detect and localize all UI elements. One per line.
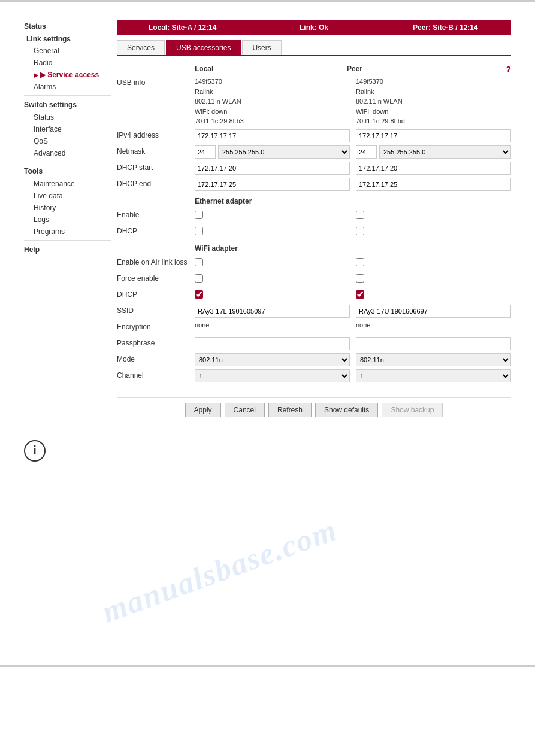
form-content: Local Peer ? USB info 149f5370 Ralink 80… [117,62,511,388]
sidebar-section-status: Status [24,20,111,33]
netmask-local-select[interactable]: 255.255.255.0 [218,145,350,159]
ssid-peer-input[interactable] [356,305,511,318]
ssid-label: SSID [117,305,195,315]
show-defaults-button[interactable]: Show defaults [315,403,378,417]
sidebar-item-live-data[interactable]: Live data [24,190,111,202]
status-link: Link: Ok [248,20,379,35]
wifi-dhcp-row: DHCP [117,289,511,302]
tab-users[interactable]: Users [242,40,281,55]
ssid-local-input[interactable] [195,305,350,318]
mode-local-select[interactable]: 802.11n 802.11g 802.11b [195,353,350,366]
netmask-peer-num[interactable] [356,145,377,159]
svg-text:i: i [33,444,37,457]
channel-label: Channel [117,369,195,379]
ipv4-peer-input[interactable] [356,129,511,142]
channel-peer-select[interactable]: 1234 5678 91011 [356,369,511,382]
sidebar: Status Link settings General Radio ▶ Ser… [24,20,111,422]
sidebar-item-qos[interactable]: QoS [24,135,111,147]
sidebar-item-advanced[interactable]: Advanced [24,147,111,159]
wifi-air-local-checkbox[interactable] [195,258,203,266]
header-local: Local [195,65,347,74]
status-peer: Peer: Site-B / 12:14 [380,20,511,35]
passphrase-peer-input[interactable] [356,337,511,350]
info-section: i [0,428,535,473]
encryption-local-value: none [195,321,209,329]
wifi-dhcp-peer-checkbox[interactable] [356,290,364,299]
eth-enable-label: Enable [117,209,195,219]
sidebar-item-link-settings[interactable]: Link settings [24,33,111,45]
tab-bar: Services USB accessories Users [117,40,511,56]
dhcp-end-local-input[interactable] [195,178,350,191]
eth-dhcp-local-checkbox[interactable] [195,227,203,235]
netmask-label: Netmask [117,145,195,156]
help-icon[interactable]: ? [506,65,511,74]
ipv4-local-wrapper [195,129,356,142]
sidebar-item-programs[interactable]: Programs [24,226,111,238]
passphrase-label: Passphrase [117,337,195,347]
wifi-air-peer-checkbox[interactable] [356,258,364,266]
eth-enable-local-checkbox[interactable] [195,211,203,219]
sidebar-section-help: Help [24,243,111,256]
dhcp-end-peer-input[interactable] [356,178,511,191]
eth-dhcp-label: DHCP [117,225,195,235]
dhcp-start-label: DHCP start [117,162,195,172]
tab-usb-accessories[interactable]: USB accessories [166,40,241,55]
ipv4-label: IPv4 address [117,129,195,139]
eth-dhcp-row: DHCP [117,225,511,238]
netmask-local-wrapper: 255.255.255.0 [195,145,356,159]
wifi-adapter-header: WiFi adapter [195,244,511,253]
sidebar-item-maintenance[interactable]: Maintenance [24,178,111,190]
wifi-force-local-checkbox[interactable] [195,274,203,283]
dhcp-end-label: DHCP end [117,178,195,188]
sidebar-item-switch-status[interactable]: Status [24,111,111,123]
usb-info-peer: 149f5370 Ralink 802.11 n WLAN WiFi: down… [356,77,511,126]
mode-label: Mode [117,353,195,363]
usb-info-label: USB info [117,77,195,87]
dhcp-start-row: DHCP start [117,162,511,175]
eth-enable-row: Enable [117,209,511,222]
sidebar-item-radio[interactable]: Radio [24,57,111,69]
channel-local-select[interactable]: 1234 5678 91011 [195,369,350,382]
ssid-row: SSID [117,305,511,318]
sidebar-item-interface[interactable]: Interface [24,123,111,135]
ipv4-local-input[interactable] [195,129,350,142]
ipv4-peer-wrapper [356,129,511,142]
mode-row: Mode 802.11n 802.11g 802.11b 802.11n 802… [117,353,511,366]
wifi-force-label: Force enable [117,272,195,283]
passphrase-row: Passphrase [117,337,511,350]
usb-info-row: USB info 149f5370 Ralink 802.11 n WLAN W… [117,77,511,126]
dhcp-end-row: DHCP end [117,178,511,191]
sidebar-item-history[interactable]: History [24,202,111,214]
channel-row: Channel 1234 5678 91011 1234 5678 91011 [117,369,511,382]
sidebar-section-switch: Switch settings [24,98,111,111]
dhcp-start-local-input[interactable] [195,162,350,175]
encryption-row: Encryption none none [117,321,511,334]
eth-enable-peer-checkbox[interactable] [356,211,364,219]
wifi-air-label: Enable on Air link loss [117,256,195,266]
eth-dhcp-peer-checkbox[interactable] [356,227,364,235]
usb-info-local: 149f5370 Ralink 802.11 n WLAN WiFi: down… [195,77,356,126]
header-peer: Peer [347,65,499,74]
sidebar-item-logs[interactable]: Logs [24,214,111,226]
action-bar: Apply Cancel Refresh Show defaults Show … [117,397,511,422]
cancel-button[interactable]: Cancel [225,403,265,417]
mode-peer-select[interactable]: 802.11n 802.11g 802.11b [356,353,511,366]
passphrase-local-input[interactable] [195,337,350,350]
netmask-row: Netmask 255.255.255.0 [117,145,511,159]
apply-button[interactable]: Apply [185,403,221,417]
tab-services[interactable]: Services [117,40,165,55]
refresh-button[interactable]: Refresh [268,403,312,417]
netmask-peer-select[interactable]: 255.255.255.0 [379,145,511,159]
wifi-force-row: Force enable [117,272,511,286]
wifi-force-peer-checkbox[interactable] [356,274,364,283]
sidebar-item-general[interactable]: General [24,45,111,57]
sidebar-item-alarms[interactable]: Alarms [24,81,111,93]
netmask-peer-wrapper: 255.255.255.0 [356,145,511,159]
status-local: Local: Site-A / 12:14 [117,20,248,35]
sidebar-item-service-access[interactable]: ▶ Service access [24,69,111,81]
dhcp-start-peer-input[interactable] [356,162,511,175]
wifi-dhcp-local-checkbox[interactable] [195,290,203,299]
sidebar-section-tools: Tools [24,165,111,178]
netmask-local-num[interactable] [195,145,216,159]
show-backup-button[interactable]: Show backup [382,403,443,417]
